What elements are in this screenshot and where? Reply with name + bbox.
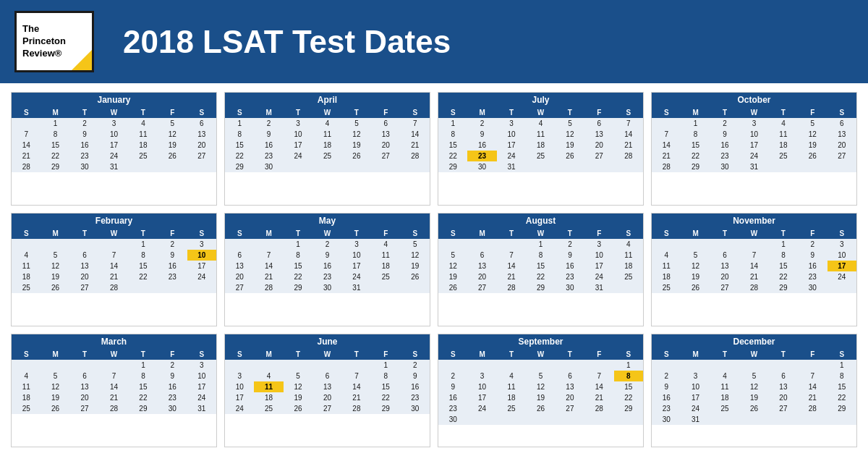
day-cell: 1 [614, 360, 643, 371]
day-cell: 19 [41, 271, 69, 282]
day-cell: 1 [827, 360, 856, 371]
day-cell: 12 [342, 129, 371, 140]
day-header-label: S [12, 349, 41, 360]
day-cell: 16 [70, 140, 99, 151]
month-title-august: August [438, 214, 643, 228]
day-cell [710, 239, 739, 250]
day-cell: 28 [614, 151, 643, 161]
day-cell: 16 [798, 261, 827, 271]
day-cell [710, 414, 739, 425]
day-cell: 10 [225, 381, 254, 392]
day-cell: 15 [681, 140, 710, 151]
day-cell: 18 [12, 392, 41, 403]
day-cell: 20 [769, 392, 798, 403]
day-cell: 4 [371, 239, 400, 250]
day-headers-row: SMTWTFS [652, 349, 856, 360]
day-cell: 5 [158, 118, 187, 129]
day-cell: 9 [158, 250, 187, 261]
day-header-label: F [584, 107, 613, 118]
day-headers-row: SMTWTFS [225, 349, 430, 360]
days-grid: 1234567891011121314151617181920212223242… [652, 239, 856, 293]
day-headers-row: SMTWTFS [12, 349, 216, 360]
day-cell: 22 [129, 392, 158, 403]
day-cell: 17 [284, 140, 312, 151]
day-cell: 20 [556, 392, 584, 403]
day-cell [556, 360, 584, 371]
month-title-october: October [652, 93, 856, 107]
day-cell: 10 [187, 250, 216, 261]
day-cell: 26 [681, 282, 710, 293]
day-header-label: S [225, 228, 254, 239]
day-cell: 22 [284, 271, 312, 282]
day-cell: 28 [342, 403, 371, 414]
day-cell: 22 [614, 392, 643, 403]
day-cell: 14 [584, 381, 613, 392]
day-cell: 28 [739, 282, 768, 293]
day-cell: 9 [798, 250, 827, 261]
day-cell: 11 [497, 381, 526, 392]
day-cell [497, 360, 526, 371]
day-cell: 26 [41, 403, 69, 414]
day-cell: 18 [614, 261, 643, 271]
day-cell [70, 239, 99, 250]
day-header-label: W [526, 349, 555, 360]
day-cell: 4 [312, 118, 341, 129]
day-cell [12, 118, 41, 129]
day-cell: 7 [254, 250, 283, 261]
day-cell: 30 [556, 282, 584, 293]
day-header-label: S [12, 228, 41, 239]
day-cell: 28 [652, 161, 681, 172]
day-cell: 6 [556, 371, 584, 381]
day-cell: 3 [497, 118, 526, 129]
day-headers-row: SMTWTFS [652, 107, 856, 118]
day-cell: 5 [284, 371, 312, 381]
day-cell: 9 [467, 129, 496, 140]
day-header-label: S [614, 349, 643, 360]
day-cell: 30 [158, 403, 187, 414]
day-cell [467, 414, 496, 425]
day-cell: 21 [614, 140, 643, 151]
day-header-label: S [827, 107, 856, 118]
day-cell: 14 [614, 129, 643, 140]
day-cell [70, 360, 99, 371]
day-cell [187, 282, 216, 293]
day-cell: 4 [129, 118, 158, 129]
days-grid: 1234567891011121314151617181920212223242… [438, 239, 643, 293]
day-cell: 26 [342, 151, 371, 161]
day-header-label: M [681, 349, 710, 360]
day-headers-row: SMTWTFS [438, 349, 643, 360]
day-cell: 29 [827, 403, 856, 414]
day-cell: 16 [158, 261, 187, 271]
day-cell: 10 [187, 371, 216, 381]
day-cell [438, 239, 467, 250]
day-cell: 30 [652, 414, 681, 425]
day-header-label: S [827, 349, 856, 360]
day-header-label: S [187, 349, 216, 360]
day-cell: 15 [284, 261, 312, 271]
day-cell: 24 [187, 271, 216, 282]
day-cell [739, 414, 768, 425]
calendar-july: JulySMTWTFS12345678910111213141516171819… [438, 92, 644, 206]
day-cell: 22 [438, 151, 467, 161]
day-cell: 8 [614, 371, 643, 381]
day-cell: 5 [401, 239, 430, 250]
day-cell: 25 [652, 282, 681, 293]
day-header-label: S [187, 228, 216, 239]
day-cell: 10 [497, 129, 526, 140]
day-cell: 6 [187, 118, 216, 129]
day-cell [41, 239, 69, 250]
day-cell: 11 [526, 129, 555, 140]
day-cell: 18 [497, 392, 526, 403]
day-header-label: M [681, 107, 710, 118]
day-header-label: M [41, 107, 69, 118]
day-cell: 27 [584, 151, 613, 161]
month-title-april: April [225, 93, 430, 107]
day-header-label: S [438, 228, 467, 239]
day-cell: 29 [526, 282, 555, 293]
day-cell: 15 [827, 381, 856, 392]
day-cell: 13 [556, 381, 584, 392]
day-header-label: M [254, 107, 283, 118]
day-cell: 16 [254, 140, 283, 151]
day-cell: 3 [284, 118, 312, 129]
day-header-label: T [710, 107, 739, 118]
